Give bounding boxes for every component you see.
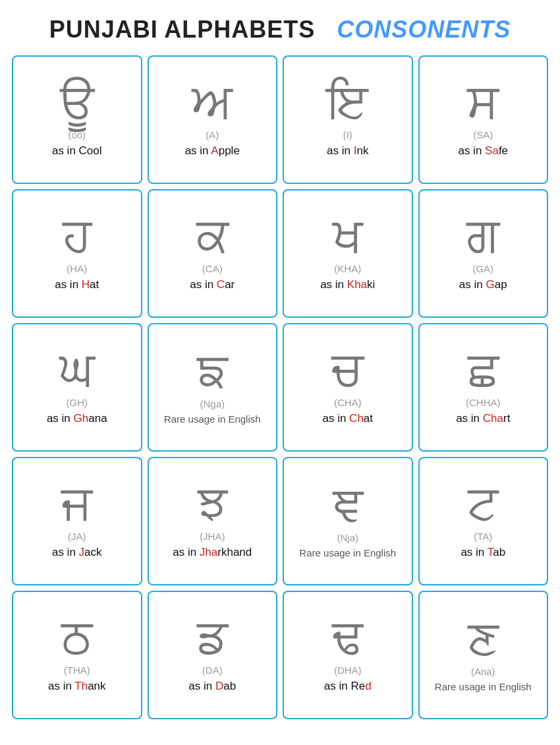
gurmukhi-char-6: ਖ xyxy=(333,213,363,260)
romanization-0: (oo) xyxy=(68,129,86,140)
description-13: as in Jharkhand xyxy=(173,545,252,560)
romanization-18: (DHA) xyxy=(334,665,362,676)
alphabet-cell-3: ਸ(SA)as in Safe xyxy=(418,55,549,184)
gurmukhi-char-18: ਢ xyxy=(332,614,363,662)
alphabet-cell-8: ਘ(GH)as in Ghana xyxy=(12,323,142,452)
gurmukhi-char-17: ਡ xyxy=(197,614,228,662)
alphabet-cell-16: ਠ(THA)as in Thank xyxy=(12,591,142,719)
description-15: as in Tab xyxy=(461,545,505,560)
romanization-5: (CA) xyxy=(202,263,223,274)
alphabet-cell-7: ਗ(GA)as in Gap xyxy=(418,189,549,318)
alphabet-cell-13: ਝ(JHA)as in Jharkhand xyxy=(148,457,278,585)
gurmukhi-char-10: ਚ xyxy=(331,347,364,394)
title-consonants: CONSONENTS xyxy=(337,16,511,43)
gurmukhi-char-5: ਕ xyxy=(196,213,229,260)
description-11: as in Chart xyxy=(456,411,510,427)
description-1: as in Apple xyxy=(185,143,240,159)
description-14: Rare usage in English xyxy=(299,546,396,560)
alphabet-cell-9: ਙ(Nga)Rare usage in English xyxy=(148,323,278,452)
description-8: as in Ghana xyxy=(47,411,107,427)
description-0: as in Cool xyxy=(52,143,102,159)
alphabet-cell-15: ਟ(TA)as in Tab xyxy=(418,457,549,585)
romanization-12: (JA) xyxy=(68,531,86,542)
alphabet-cell-19: ਣ(Ana)Rare usage in English xyxy=(418,591,549,719)
description-4: as in Hat xyxy=(55,277,99,293)
gurmukhi-char-11: ਛ xyxy=(468,347,499,394)
gurmukhi-char-2: ਇ xyxy=(327,79,368,127)
gurmukhi-char-4: ਹ xyxy=(63,213,92,260)
description-18: as in Red xyxy=(324,678,372,694)
gurmukhi-char-19: ਣ xyxy=(468,616,499,663)
alphabet-grid: ਊ(oo)as in Coolਅ(A)as in Appleਇ(I)as in … xyxy=(7,50,553,725)
romanization-7: (GA) xyxy=(472,263,493,274)
description-9: Rare usage in English xyxy=(164,412,261,426)
alphabet-cell-4: ਹ(HA)as in Hat xyxy=(12,189,142,318)
romanization-2: (I) xyxy=(343,129,352,140)
gurmukhi-char-16: ਠ xyxy=(61,614,92,662)
gurmukhi-char-1: ਅ xyxy=(192,79,233,127)
gurmukhi-char-7: ਗ xyxy=(466,213,499,260)
alphabet-cell-6: ਖ(KHA)as in Khaki xyxy=(283,189,413,318)
description-2: as in Ink xyxy=(327,143,368,159)
romanization-4: (HA) xyxy=(67,263,87,274)
romanization-19: (Ana) xyxy=(471,666,495,677)
gurmukhi-char-15: ਟ xyxy=(468,481,498,528)
description-6: as in Khaki xyxy=(320,277,375,293)
romanization-1: (A) xyxy=(206,129,219,140)
gurmukhi-char-9: ਙ xyxy=(197,348,228,396)
gurmukhi-char-8: ਘ xyxy=(59,347,95,394)
romanization-9: (Nga) xyxy=(200,398,225,409)
alphabet-cell-11: ਛ(CHHA)as in Chart xyxy=(418,323,549,452)
description-10: as in Chat xyxy=(322,411,373,427)
gurmukhi-char-14: ਞ xyxy=(333,482,363,529)
romanization-15: (TA) xyxy=(474,531,492,542)
alphabet-cell-10: ਚ(CHA)as in Chat xyxy=(283,323,413,452)
gurmukhi-char-13: ਝ xyxy=(198,481,227,528)
alphabet-cell-14: ਞ(Nja)Rare usage in English xyxy=(283,457,413,585)
gurmukhi-char-0: ਊ xyxy=(60,79,94,127)
page-title: PUNJABI ALPHABETS CONSONENTS xyxy=(7,7,553,50)
description-19: Rare usage in English xyxy=(435,680,532,694)
gurmukhi-char-3: ਸ xyxy=(467,79,499,127)
alphabet-cell-5: ਕ(CA)as in Car xyxy=(148,189,278,318)
romanization-6: (KHA) xyxy=(334,263,361,274)
description-16: as in Thank xyxy=(48,678,106,694)
description-3: as in Safe xyxy=(458,143,508,159)
alphabet-cell-1: ਅ(A)as in Apple xyxy=(148,55,278,184)
description-17: as in Dab xyxy=(188,678,236,694)
description-5: as in Car xyxy=(190,277,235,293)
alphabet-cell-12: ਜ(JA)as in Jack xyxy=(12,457,142,585)
alphabet-cell-18: ਢ(DHA)as in Red xyxy=(283,591,413,719)
romanization-17: (DA) xyxy=(202,665,223,676)
romanization-8: (GH) xyxy=(67,397,88,408)
romanization-11: (CHHA) xyxy=(466,397,501,408)
gurmukhi-char-12: ਜ xyxy=(61,481,92,528)
alphabet-cell-17: ਡ(DA)as in Dab xyxy=(148,591,278,719)
description-7: as in Gap xyxy=(459,277,507,293)
alphabet-cell-0: ਊ(oo)as in Cool xyxy=(12,55,142,184)
title-main: PUNJABI ALPHABETS xyxy=(49,16,316,43)
romanization-10: (CHA) xyxy=(334,397,362,408)
alphabet-cell-2: ਇ(I)as in Ink xyxy=(283,55,413,184)
description-12: as in Jack xyxy=(52,545,102,560)
romanization-3: (SA) xyxy=(473,129,493,140)
romanization-14: (Nja) xyxy=(337,532,359,543)
romanization-16: (THA) xyxy=(64,665,90,676)
romanization-13: (JHA) xyxy=(200,531,225,542)
